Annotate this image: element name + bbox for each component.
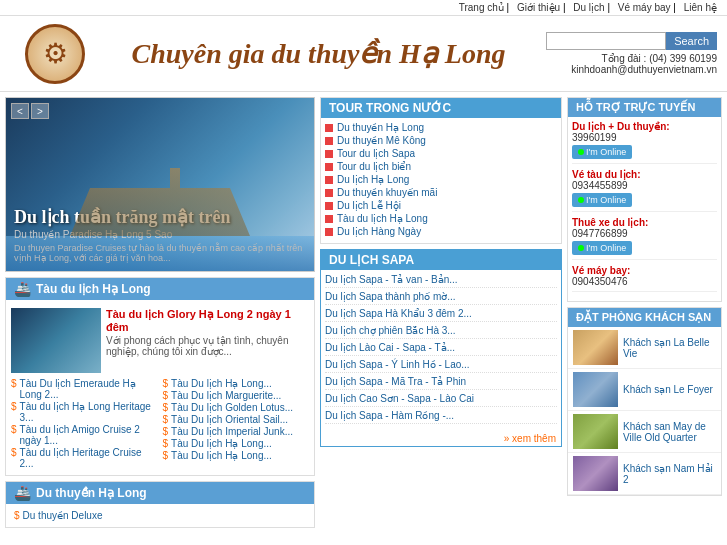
tour-link[interactable]: Du lịch Hạ Long <box>337 174 409 185</box>
tour-dot <box>325 163 333 171</box>
hotel-link-3[interactable]: Khách sạn Nam Hải 2 <box>623 463 713 485</box>
boat-decoration <box>60 156 260 236</box>
sapa-box: DU LỊCH SAPA Du lịch Sapa - Tả van - Bản… <box>320 249 562 447</box>
hotel-link-2[interactable]: Khách san May de Ville Old Quarter <box>623 421 706 443</box>
list-item[interactable]: Tàu du lịch Hạ Long Heritage 3... <box>11 401 158 423</box>
hotro-header: HỖ TRỢ TRỰC TUYẾN <box>568 98 721 117</box>
tour-link[interactable]: Du thuyền Mê Kông <box>337 135 426 146</box>
sapa-link[interactable]: Du lịch Sapa Hà Khẩu 3 đêm 2... <box>325 308 472 319</box>
hotel-name-0[interactable]: Khách sạn La Belle Vie <box>623 337 716 359</box>
tau-list-left: Tàu Du lịch Emeraude Hạ Long 2... Tàu du… <box>11 378 158 470</box>
hotel-name-2[interactable]: Khách san May de Ville Old Quarter <box>623 421 716 443</box>
tau-featured-desc: Với phong cách phục vụ tận tình, chuyên … <box>106 335 309 357</box>
hotel-link-0[interactable]: Khách sạn La Belle Vie <box>623 337 710 359</box>
left-column: < > Du lịch tuần trăng mật trên Du thuyề… <box>5 97 315 528</box>
sapa-link[interactable]: Du lịch Sapa - Hàm Rồng -... <box>325 410 454 421</box>
tour-link[interactable]: Du thuyền khuyến mãi <box>337 187 437 198</box>
nav-item-3[interactable]: Vé máy bay <box>618 2 671 13</box>
list-item[interactable]: Tàu Du lịch Oriental Sail... <box>163 414 310 425</box>
sapa-item[interactable]: Du lịch chợ phiên Bắc Hà 3... <box>325 325 557 339</box>
tour-item[interactable]: Tàu du lịch Hạ Long <box>325 213 557 224</box>
tour-link[interactable]: Tàu du lịch Hạ Long <box>337 213 428 224</box>
tau-image <box>11 308 101 373</box>
online-label-0: I'm Online <box>586 147 626 157</box>
search-button[interactable]: Search <box>666 32 717 50</box>
banner-prev-button[interactable]: < <box>11 103 29 119</box>
tour-item[interactable]: Du thuyền khuyến mãi <box>325 187 557 198</box>
banner-next-button[interactable]: > <box>31 103 49 119</box>
hotel-item-2[interactable]: Khách san May de Ville Old Quarter <box>568 411 721 453</box>
hotel-name-3[interactable]: Khách sạn Nam Hải 2 <box>623 463 716 485</box>
sapa-item[interactable]: Du lịch Sapa - Mã Tra - Tả Phin <box>325 376 557 390</box>
hotro-label-0: Du lịch + Du thuyền: <box>572 121 717 132</box>
hotel-item-3[interactable]: Khách sạn Nam Hải 2 <box>568 453 721 495</box>
hotel-name-1[interactable]: Khách sạn Le Foyer <box>623 384 713 395</box>
tau-list-right: Tàu Du lịch Hạ Long... Tàu Du lịch Margu… <box>163 378 310 470</box>
list-item[interactable]: Tàu Du lịch Hạ Long... <box>163 450 310 461</box>
hotro-label-2: Thuê xe du lịch: <box>572 217 717 228</box>
sapa-link[interactable]: Du lịch Cao Sơn - Sapa - Lào Cai <box>325 393 474 404</box>
tour-item[interactable]: Tour du lịch Sapa <box>325 148 557 159</box>
nav-item-0[interactable]: Trang chủ <box>459 2 504 13</box>
sapa-item[interactable]: Du lịch Sapa - Tả van - Bản... <box>325 274 557 288</box>
search-input[interactable] <box>546 32 666 50</box>
hotel-link-1[interactable]: Khách sạn Le Foyer <box>623 384 713 395</box>
hotel-item-1[interactable]: Khách sạn Le Foyer <box>568 369 721 411</box>
sapa-item[interactable]: Du lịch Sapa - Ý Linh Hồ - Lao... <box>325 359 557 373</box>
tour-item[interactable]: Du lịch Hạ Long <box>325 174 557 185</box>
sapa-link[interactable]: Du lịch Sapa thành phố mờ... <box>325 291 456 302</box>
tour-item[interactable]: Du thuyền Hạ Long <box>325 122 557 133</box>
tour-link[interactable]: Tour du lịch biển <box>337 161 411 172</box>
contact-info: Tổng đài : (04) 399 60199 kinhdoanh@duth… <box>571 53 717 75</box>
tour-link[interactable]: Du thuyền Hạ Long <box>337 122 424 133</box>
sapa-item[interactable]: Du lịch Lào Cai - Sapa - Tả... <box>325 342 557 356</box>
list-item[interactable]: Tàu Du lịch Marguerite... <box>163 390 310 401</box>
du-thuyen-list: Du thuyền Deluxe <box>6 507 314 527</box>
sapa-link[interactable]: Du lịch Sapa - Tả van - Bản... <box>325 274 458 285</box>
nav-item-4[interactable]: Liên hệ <box>684 2 717 13</box>
sapa-link[interactable]: Du lịch chợ phiên Bắc Hà 3... <box>325 325 456 336</box>
list-item[interactable]: Tàu du lịch Amigo Cruise 2 ngày 1... <box>11 424 158 446</box>
tour-item[interactable]: Du lịch Lễ Hội <box>325 200 557 211</box>
tour-link[interactable]: Du lịch Hàng Ngày <box>337 226 421 237</box>
sapa-item[interactable]: Du lịch Sapa thành phố mờ... <box>325 291 557 305</box>
sapa-link[interactable]: Du lịch Sapa - Mã Tra - Tả Phin <box>325 376 466 387</box>
online-btn-2[interactable]: I'm Online <box>572 241 632 255</box>
tour-item[interactable]: Du thuyền Mê Kông <box>325 135 557 146</box>
sapa-header: DU LỊCH SAPA <box>321 250 561 270</box>
list-item[interactable]: Tàu Du lịch Imperial Junk... <box>163 426 310 437</box>
sapa-link[interactable]: Du lịch Sapa - Ý Linh Hồ - Lao... <box>325 359 470 370</box>
datphong-box: ĐẶT PHÒNG KHÁCH SẠN Khách sạn La Belle V… <box>567 307 722 496</box>
tour-dot <box>325 176 333 184</box>
online-dot-2 <box>578 245 584 251</box>
hotel-image-3 <box>573 456 618 491</box>
sapa-item[interactable]: Du lịch Sapa - Hàm Rồng -... <box>325 410 557 424</box>
nav-item-1[interactable]: Giới thiệu <box>517 2 560 13</box>
list-item[interactable]: Tàu du lịch Heritage Cruise 2... <box>11 447 158 469</box>
right-column: HỖ TRỢ TRỰC TUYẾN Du lịch + Du thuyền: 3… <box>567 97 722 528</box>
online-btn-1[interactable]: I'm Online <box>572 193 632 207</box>
hotel-item-0[interactable]: Khách sạn La Belle Vie <box>568 327 721 369</box>
site-title: Chuyên gia du thuyền Hạ Long <box>100 37 537 70</box>
nav-item-2[interactable]: Du lịch <box>573 2 604 13</box>
list-item[interactable]: Tàu Du lịch Hạ Long... <box>163 378 310 389</box>
tour-item[interactable]: Du lịch Hàng Ngày <box>325 226 557 237</box>
nav-bar: Trang chủ | Giới thiệu | Du lịch | Vé má… <box>0 0 727 16</box>
tour-link[interactable]: Tour du lịch Sapa <box>337 148 415 159</box>
list-item[interactable]: Du thuyền Deluxe <box>14 510 306 521</box>
banner-description: Du thuyen Paradise Cruises tự hào là du … <box>14 243 306 263</box>
sapa-link[interactable]: Du lịch Lào Cai - Sapa - Tả... <box>325 342 455 353</box>
sapa-item[interactable]: Du lịch Cao Sơn - Sapa - Lào Cai <box>325 393 557 407</box>
tour-link[interactable]: Du lịch Lễ Hội <box>337 200 401 211</box>
xem-them-link[interactable]: » xem thêm <box>321 431 561 446</box>
list-item[interactable]: Tàu Du lịch Hạ Long... <box>163 438 310 449</box>
center-column: TOUR TRONG NƯỚC Du thuyền Hạ Long Du thu… <box>320 97 562 528</box>
list-item[interactable]: Tàu Du lịch Golden Lotus... <box>163 402 310 413</box>
list-item[interactable]: Tàu Du lịch Emeraude Hạ Long 2... <box>11 378 158 400</box>
banner: < > Du lịch tuần trăng mật trên Du thuyề… <box>5 97 315 272</box>
sapa-item[interactable]: Du lịch Sapa Hà Khẩu 3 đêm 2... <box>325 308 557 322</box>
email-label: kinhdoanh@duthuyenvietnam.vn <box>571 64 717 75</box>
tour-item[interactable]: Tour du lịch biển <box>325 161 557 172</box>
online-dot-0 <box>578 149 584 155</box>
online-btn-0[interactable]: I'm Online <box>572 145 632 159</box>
